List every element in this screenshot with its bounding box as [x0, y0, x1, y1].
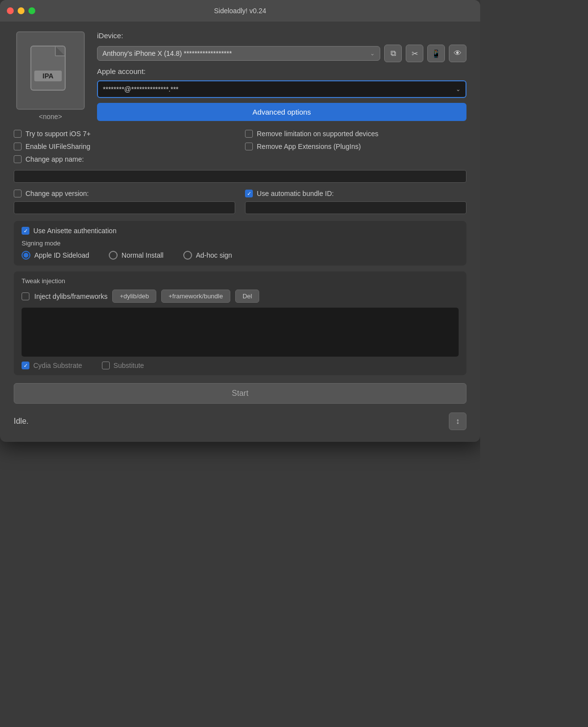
status-text: Idle. [14, 417, 28, 426]
signing-section: ✓ Use Anisette authentication Signing mo… [14, 221, 466, 266]
ios7-checkbox[interactable] [14, 130, 22, 138]
radio-adhoc[interactable]: Ad-hoc sign [183, 251, 232, 260]
minimize-button[interactable] [18, 7, 24, 14]
start-button[interactable]: Start [14, 383, 466, 404]
remove-limitation-label: Remove limitation on supported devices [257, 130, 378, 138]
substrate-row: ✓ Cydia Substrate Substitute [22, 362, 459, 369]
radio-normal-label: Normal Install [122, 251, 164, 259]
radio-row: Apple ID Sideload Normal Install Ad-hoc … [22, 251, 459, 260]
inject-checkbox[interactable] [22, 292, 29, 300]
cydia-substrate-option[interactable]: ✓ Cydia Substrate [22, 362, 82, 369]
ipa-icon-container[interactable]: IPA <none> [14, 31, 87, 121]
change-name-checkbox[interactable] [14, 155, 22, 163]
substitute-checkbox[interactable] [102, 362, 110, 369]
radio-apple-id-label: Apple ID Sideload [34, 251, 89, 259]
cydia-checkbox[interactable]: ✓ [22, 362, 29, 369]
cydia-label: Cydia Substrate [33, 362, 82, 369]
eye-icon: 👁 [454, 49, 462, 58]
device-controls: iDevice: Anthony's iPhone X (14.8) *****… [97, 31, 466, 121]
change-name-label: Change app name: [25, 155, 84, 163]
anisette-checkbox[interactable]: ✓ [22, 227, 29, 235]
signing-mode-label: Signing mode [22, 240, 459, 247]
remove-limitation-checkbox[interactable] [245, 130, 253, 138]
change-name-input[interactable] [14, 170, 466, 183]
radio-apple-id-btn[interactable] [22, 251, 30, 260]
options-section: Try to support iOS 7+ Remove limitation … [14, 130, 466, 183]
log-toggle-button[interactable]: ↕ [449, 412, 466, 430]
file-sharing-label: Enable UIFileSharing [25, 143, 90, 150]
top-section: IPA <none> iDevice: Anthony's iPhone X (… [14, 31, 466, 121]
remove-extensions-checkbox[interactable] [245, 143, 253, 150]
inject-label: Inject dylibs/frameworks [34, 292, 107, 300]
anisette-row[interactable]: ✓ Use Anisette authentication [22, 227, 459, 235]
copy-device-button[interactable]: ⧉ [384, 45, 402, 62]
device-select[interactable]: Anthony's iPhone X (14.8) **************… [97, 46, 380, 61]
change-version-row[interactable]: Change app version: [14, 190, 235, 197]
dylib-button[interactable]: +dylib/deb [112, 290, 156, 303]
ipa-filename-label: <none> [39, 113, 62, 121]
traffic-lights [7, 7, 35, 14]
substitute-option[interactable]: Substitute [102, 362, 144, 369]
main-content: IPA <none> iDevice: Anthony's iPhone X (… [0, 22, 480, 442]
arrows-updown-icon: ↕ [456, 417, 460, 426]
radio-adhoc-btn[interactable] [183, 251, 192, 260]
idevice-label: iDevice: [97, 31, 466, 40]
remove-extensions-label: Remove App Extensions (PlugIns) [257, 143, 361, 150]
version-col: Change app version: [14, 190, 235, 214]
remove-limitation-row[interactable]: Remove limitation on supported devices [245, 130, 466, 138]
link-icon: ✂ [412, 49, 418, 58]
change-version-label: Change app version: [25, 190, 89, 197]
change-version-checkbox[interactable] [14, 190, 22, 197]
auto-bundle-checkbox[interactable]: ✓ [245, 190, 253, 197]
titlebar: Sideloadly! v0.24 [0, 0, 480, 22]
change-name-row[interactable]: Change app name: [14, 155, 466, 163]
chevron-down-icon: ⌄ [370, 50, 375, 57]
device-info-button[interactable]: 📱 [427, 45, 445, 62]
start-section: Start Idle. ↕ [14, 383, 466, 432]
ios7-label: Try to support iOS 7+ [25, 130, 91, 138]
tweak-list-area[interactable] [22, 308, 459, 357]
link-device-button[interactable]: ✂ [406, 45, 423, 62]
change-name-input-container [14, 168, 466, 183]
status-bar: Idle. ↕ [14, 409, 466, 432]
file-sharing-row[interactable]: Enable UIFileSharing [14, 143, 235, 150]
svg-text:IPA: IPA [43, 72, 53, 80]
version-row: Change app version: ✓ Use automatic bund… [14, 190, 466, 214]
bundle-col: ✓ Use automatic bundle ID: [245, 190, 466, 214]
change-version-input[interactable] [14, 201, 235, 214]
ipa-icon[interactable]: IPA [16, 31, 85, 110]
device-row: Anthony's iPhone X (14.8) **************… [97, 45, 466, 62]
account-select[interactable]: ********@**************.*** ⌄ [97, 80, 466, 98]
auto-bundle-label: Use automatic bundle ID: [257, 190, 334, 197]
maximize-button[interactable] [28, 7, 35, 14]
phone-icon: 📱 [431, 49, 441, 58]
radio-normal-btn[interactable] [109, 251, 118, 260]
account-chevron-icon: ⌄ [456, 86, 461, 93]
radio-normal-install[interactable]: Normal Install [109, 251, 164, 260]
account-select-value: ********@**************.*** [103, 85, 178, 93]
tweak-label: Tweak injection [22, 277, 459, 285]
copy-icon: ⧉ [391, 49, 396, 58]
main-window: Sideloadly! v0.24 IPA <none [0, 0, 480, 442]
device-select-value: Anthony's iPhone X (14.8) **************… [102, 49, 370, 57]
ios7-row[interactable]: Try to support iOS 7+ [14, 130, 235, 138]
window-title: Sideloadly! v0.24 [214, 7, 267, 15]
remove-extensions-row[interactable]: Remove App Extensions (PlugIns) [245, 143, 466, 150]
ipa-file-svg: IPA [28, 44, 73, 97]
tweak-section: Tweak injection Inject dylibs/frameworks… [14, 271, 466, 375]
close-button[interactable] [7, 7, 14, 14]
substitute-label: Substitute [114, 362, 144, 369]
file-sharing-checkbox[interactable] [14, 143, 22, 150]
tweak-inject-row: Inject dylibs/frameworks +dylib/deb +fra… [22, 290, 459, 303]
apple-account-label: Apple account: [97, 67, 466, 75]
radio-adhoc-label: Ad-hoc sign [196, 251, 232, 259]
framework-button[interactable]: +framework/bundle [161, 290, 230, 303]
hide-device-button[interactable]: 👁 [449, 45, 466, 62]
del-button[interactable]: Del [235, 290, 260, 303]
anisette-label: Use Anisette authentication [33, 227, 117, 235]
auto-bundle-row[interactable]: ✓ Use automatic bundle ID: [245, 190, 466, 197]
radio-apple-id[interactable]: Apple ID Sideload [22, 251, 89, 260]
bundle-id-input[interactable] [245, 201, 466, 214]
advanced-options-button[interactable]: Advanced options [97, 103, 466, 121]
